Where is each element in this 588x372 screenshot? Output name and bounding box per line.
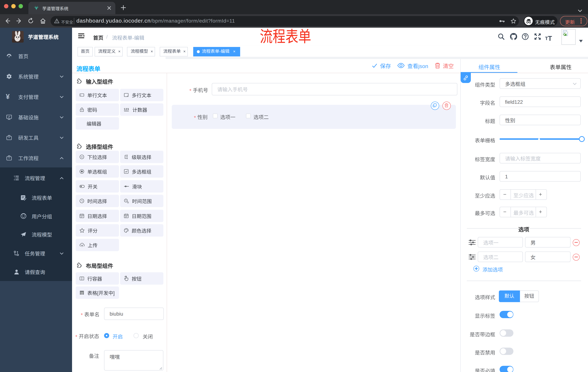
svg-text:123: 123 (124, 107, 129, 111)
